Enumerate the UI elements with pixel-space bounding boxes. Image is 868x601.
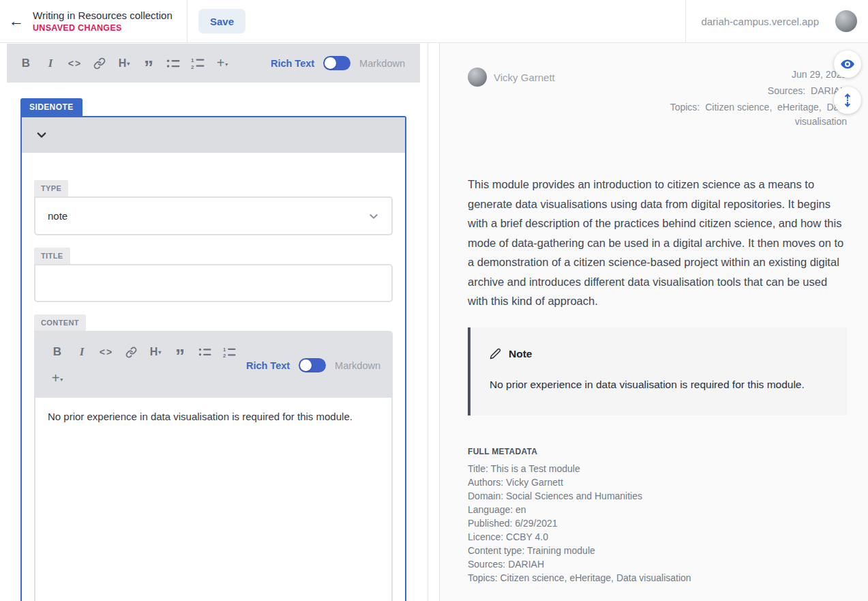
- quote-button[interactable]: ”: [168, 342, 192, 362]
- numbered-list-button[interactable]: 12: [217, 342, 241, 362]
- pane-gutter: [428, 43, 439, 601]
- site-url-link[interactable]: dariah-campus.vercel.app: [701, 16, 819, 27]
- note-callout: Note No prior experience in data visuali…: [468, 327, 847, 415]
- author-name: Vicky Garnett: [494, 72, 555, 83]
- italic-icon: I: [48, 57, 53, 70]
- bullet-list-button[interactable]: [161, 53, 185, 74]
- metadata-item: Authors: Vicky Garnett: [468, 475, 847, 489]
- topics-value: Citizen science, eHeritage, Data visuali…: [705, 102, 850, 127]
- markdown-label[interactable]: Markdown: [359, 58, 405, 69]
- preview-controls: [834, 50, 861, 114]
- quote-icon: ”: [175, 345, 185, 360]
- content-field-label: CONTENT: [34, 314, 86, 331]
- topbar: ← Writing in Resources collection UNSAVE…: [0, 0, 868, 43]
- eye-icon: [840, 57, 855, 72]
- metadata-item: Licence: CCBY 4.0: [468, 530, 847, 544]
- preview-pane: Vicky Garnett Jun 29, 2021 Sources:DARIA…: [439, 43, 868, 601]
- svg-text:2: 2: [191, 64, 194, 70]
- metadata-item: Content type: Training module: [468, 544, 847, 557]
- type-field-label: TYPE: [34, 180, 68, 196]
- code-icon: <>: [100, 347, 113, 357]
- author-avatar: [468, 68, 487, 87]
- sidenote-widget-tab[interactable]: SIDENOTE: [20, 98, 83, 116]
- metadata-item: Sources: DARIAH: [468, 557, 847, 571]
- link-icon: [93, 57, 106, 70]
- note-callout-text: No prior experience in data visualisatio…: [490, 377, 828, 392]
- user-avatar[interactable]: [835, 10, 857, 32]
- note-title-text: Note: [509, 348, 532, 360]
- topics-label: Topics:: [670, 102, 700, 113]
- toggle-preview-button[interactable]: [834, 50, 861, 78]
- title-input[interactable]: [34, 264, 393, 302]
- bold-icon: B: [53, 345, 61, 359]
- link-button[interactable]: [87, 53, 112, 74]
- bullet-list-icon: [198, 347, 211, 357]
- caret-down-icon: ▾: [158, 349, 161, 355]
- full-metadata-heading: FULL METADATA: [468, 447, 847, 456]
- bullet-list-button[interactable]: [192, 342, 217, 362]
- add-component-icon: +▾: [52, 370, 63, 386]
- meta-sources: Sources:DARIAH: [635, 84, 847, 98]
- numbered-list-button[interactable]: 12: [185, 53, 210, 74]
- sidenote-widget: TYPE note TITLE CONTENT B I <>: [20, 116, 406, 601]
- italic-icon: I: [80, 345, 85, 359]
- cms-app: ← Writing in Resources collection UNSAVE…: [0, 0, 868, 601]
- richtext-markdown-toggle[interactable]: [299, 358, 326, 372]
- content-widget: B I <> H▾ ”: [34, 331, 393, 601]
- type-select[interactable]: note: [34, 196, 393, 235]
- metadata-item: Domain: Social Sciences and Humanities: [468, 489, 847, 503]
- richtext-markdown-toggle[interactable]: [323, 56, 350, 70]
- back-arrow-icon: ←: [9, 12, 24, 30]
- page-title: Writing in Resources collection: [33, 10, 180, 21]
- content-toolbar: B I <> H▾ ”: [35, 332, 391, 398]
- chevron-down-icon: [368, 211, 379, 222]
- rich-text-label[interactable]: Rich Text: [271, 58, 314, 69]
- topbar-divider: [187, 0, 188, 42]
- metadata-item: Topics: Citizen science, eHeritage, Data…: [468, 571, 847, 585]
- code-button[interactable]: <>: [94, 342, 119, 362]
- bold-button[interactable]: B: [14, 53, 38, 74]
- add-component-button[interactable]: +▾: [210, 53, 235, 74]
- chevron-down-icon: [35, 129, 48, 141]
- heading-button[interactable]: H▾: [112, 53, 136, 74]
- document-title-group: Writing in Resources collection UNSAVED …: [33, 10, 187, 33]
- meta-date: Jun 29, 2021: [635, 68, 847, 82]
- heading-icon: H▾: [150, 346, 162, 358]
- caret-down-icon: ▾: [127, 61, 130, 67]
- bold-icon: B: [22, 57, 30, 70]
- link-button[interactable]: [119, 342, 143, 362]
- code-button[interactable]: <>: [63, 53, 87, 74]
- back-button[interactable]: ←: [0, 0, 33, 42]
- pencil-icon: [490, 348, 501, 360]
- heading-icon: H▾: [119, 57, 130, 70]
- scroll-sync-button[interactable]: [834, 87, 861, 114]
- add-component-icon: +▾: [217, 55, 228, 71]
- caret-down-icon: ▾: [60, 377, 63, 383]
- metadata-item: Title: This is a Test module: [468, 462, 847, 475]
- note-callout-title: Note: [490, 348, 828, 360]
- svg-text:1: 1: [223, 347, 226, 353]
- italic-button[interactable]: I: [70, 342, 94, 362]
- quote-button[interactable]: ”: [136, 53, 161, 74]
- metadata-item: Published: 6/29/2021: [468, 516, 847, 530]
- editor-mode-switch: Rich Text Markdown: [271, 56, 405, 70]
- heading-button[interactable]: H▾: [143, 342, 168, 362]
- caret-down-icon: ▾: [225, 61, 228, 68]
- content-editor[interactable]: No prior experience in data visualisatio…: [35, 398, 391, 601]
- rich-text-label[interactable]: Rich Text: [246, 360, 290, 371]
- add-component-button[interactable]: +▾: [45, 368, 70, 388]
- italic-button[interactable]: I: [38, 53, 63, 74]
- bold-button[interactable]: B: [45, 342, 70, 362]
- preview-header: Vicky Garnett Jun 29, 2021 Sources:DARIA…: [468, 68, 847, 131]
- full-metadata-list: Title: This is a Test module Authors: Vi…: [468, 462, 847, 585]
- sidenote-collapse-header[interactable]: [22, 117, 405, 153]
- numbered-list-icon: 12: [223, 347, 236, 358]
- content-mode-switch: Rich Text Markdown: [246, 358, 380, 372]
- resource-meta: Jun 29, 2021 Sources:DARIAH Topics:Citiz…: [635, 68, 847, 131]
- markdown-label[interactable]: Markdown: [335, 360, 380, 371]
- topbar-divider-right: [685, 0, 686, 42]
- module-description: This module provides an introduction to …: [468, 175, 847, 311]
- save-button[interactable]: Save: [198, 9, 245, 33]
- link-icon: [125, 347, 137, 358]
- main-split: B I <> H▾ ” 12 +▾ Rich Text Markdo: [0, 43, 868, 601]
